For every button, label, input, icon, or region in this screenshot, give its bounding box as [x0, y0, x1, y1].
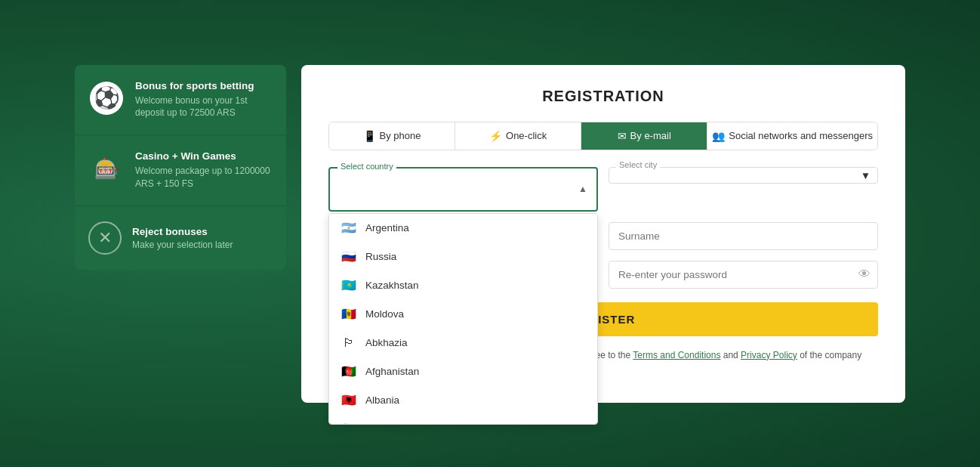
privacy-policy-link[interactable]: Privacy Policy [741, 350, 797, 360]
phone-tab-icon: 📱 [363, 130, 376, 142]
left-panel: ⚽ Bonus for sports betting Welcome bonus… [75, 65, 286, 270]
terms-and-conditions-link[interactable]: Terms and Conditions [633, 350, 720, 360]
country-field: Select country ▲ 🇦🇷 Argentina 🇷🇺 Russia [328, 167, 598, 212]
moldova-flag-icon: 🇲🇩 [340, 308, 358, 321]
tab-oneclick[interactable]: ⚡ One-click [455, 122, 581, 150]
country-name-albania: Albania [365, 394, 399, 406]
country-label: Select country [337, 162, 396, 171]
sports-bonus-title: Bonus for sports betting [135, 80, 273, 91]
country-dropdown: 🇦🇷 Argentina 🇷🇺 Russia 🇰🇿 Kazakhstan 🇲🇩 … [328, 213, 598, 425]
email-tab-icon: ✉ [618, 130, 627, 142]
country-item-afghanistan[interactable]: 🇦🇫 Afghanistan [329, 357, 597, 386]
country-item-russia[interactable]: 🇷🇺 Russia [329, 243, 597, 271]
country-name-kazakhstan: Kazakhstan [365, 280, 419, 291]
country-item-albania[interactable]: 🇦🇱 Albania [329, 386, 597, 415]
tab-email-label: By e-mail [630, 130, 671, 141]
reject-bonuses-description: Make your selection later [132, 240, 233, 250]
surname-input[interactable] [609, 222, 878, 250]
country-name-russia: Russia [365, 251, 396, 262]
country-item-moldova[interactable]: 🇲🇩 Moldova [329, 300, 597, 329]
albania-flag-icon: 🇦🇱 [340, 394, 358, 407]
city-select-inner[interactable]: ▼ [609, 167, 878, 184]
country-name-argentina: Argentina [365, 222, 409, 234]
sports-icon: ⚽ [88, 80, 125, 116]
city-dropdown-arrow-icon: ▼ [861, 169, 871, 181]
sports-bonus-description: Welcome bonus on your 1st deposit up to … [135, 94, 273, 120]
tab-oneclick-label: One-click [506, 130, 547, 141]
argentina-flag-icon: 🇦🇷 [340, 221, 358, 235]
country-name-abkhazia: Abkhazia [365, 337, 408, 348]
reenter-password-field: 👁 [609, 261, 878, 289]
country-item-kazakhstan[interactable]: 🇰🇿 Kazakhstan [329, 271, 597, 300]
country-item-abkhazia[interactable]: 🏳 Abkhazia [329, 329, 597, 357]
tab-social[interactable]: 👥 Social networks and messengers [707, 122, 877, 150]
casino-icon: 🎰 [88, 150, 125, 187]
terms-text-middle: and [720, 350, 741, 360]
sports-bonus-card[interactable]: ⚽ Bonus for sports betting Welcome bonus… [75, 65, 286, 136]
russia-flag-icon: 🇷🇺 [340, 250, 358, 264]
tab-phone[interactable]: 📱 By phone [329, 122, 455, 150]
tab-email[interactable]: ✉ By e-mail [581, 122, 707, 150]
city-select-label: Select city [616, 160, 660, 169]
algeria-flag-icon: 🇩🇿 [340, 422, 358, 425]
kazakhstan-flag-icon: 🇰🇿 [340, 279, 358, 292]
reject-bonuses-title: Reject bonuses [132, 226, 233, 237]
social-tab-icon: 👥 [712, 130, 725, 142]
country-name-afghanistan: Afghanistan [365, 366, 419, 377]
reenter-password-input[interactable] [609, 261, 878, 289]
casino-bonus-description: Welcome package up to 1200000 ARS + 150 … [135, 165, 273, 190]
registration-panel: REGISTRATION 📱 By phone ⚡ One-click ✉ By… [301, 65, 905, 403]
registration-tabs: 📱 By phone ⚡ One-click ✉ By e-mail 👥 Soc… [328, 122, 878, 150]
city-select-wrapper: Select city ▼ [609, 167, 878, 184]
country-name-moldova: Moldova [365, 308, 404, 320]
afghanistan-flag-icon: 🇦🇫 [340, 365, 358, 379]
casino-bonus-card[interactable]: 🎰 Casino + Win Games Welcome package up … [75, 135, 286, 206]
reject-icon: ✕ [88, 221, 122, 255]
registration-form: Select country ▲ 🇦🇷 Argentina 🇷🇺 Russia [328, 167, 878, 336]
country-item-argentina[interactable]: 🇦🇷 Argentina [329, 214, 597, 243]
tab-phone-label: By phone [380, 130, 421, 141]
oneclick-tab-icon: ⚡ [489, 130, 502, 142]
surname-field [609, 222, 878, 250]
country-name-algeria: Algeria [365, 423, 397, 425]
reject-bonuses-card[interactable]: ✕ Reject bonuses Make your selection lat… [75, 206, 286, 270]
registration-title: REGISTRATION [328, 88, 878, 105]
casino-bonus-title: Casino + Win Games [135, 150, 273, 162]
country-search-input[interactable] [339, 176, 578, 203]
country-input-wrapper: Select country ▲ [328, 167, 598, 212]
abkhazia-flag-icon: 🏳 [340, 336, 358, 350]
city-field: Select city ▼ [609, 167, 878, 212]
country-item-algeria[interactable]: 🇩🇿 Algeria [329, 415, 597, 425]
tab-social-label: Social networks and messengers [729, 130, 873, 141]
country-dropdown-arrow-icon[interactable]: ▲ [578, 184, 587, 194]
password-eye-icon[interactable]: 👁 [858, 268, 871, 281]
